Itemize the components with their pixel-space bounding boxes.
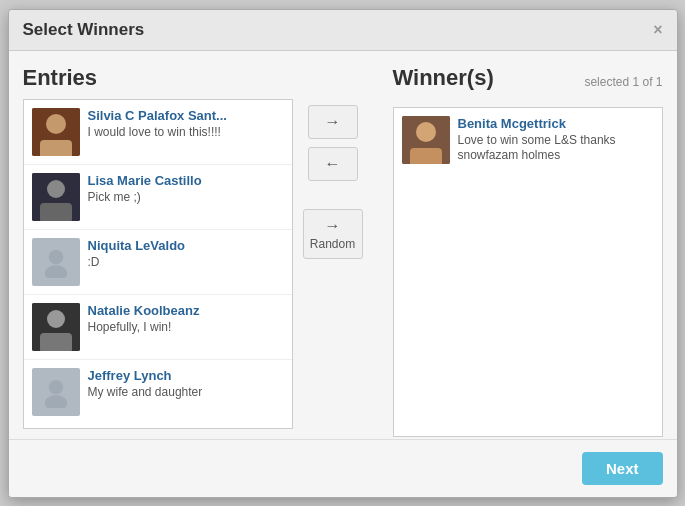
select-winners-modal: Select Winners × Entries Silvia C Palafo… xyxy=(8,9,678,498)
list-item[interactable]: Jeffrey LynchMy wife and daughter xyxy=(24,360,292,424)
avatar xyxy=(32,303,80,351)
avatar xyxy=(32,368,80,416)
entry-name: Lisa Marie Castillo xyxy=(88,173,284,188)
svg-point-2 xyxy=(48,380,62,394)
winners-list[interactable]: Benita McgettrickLove to win some L&S th… xyxy=(393,107,663,437)
close-button[interactable]: × xyxy=(653,22,662,38)
entries-panel: Entries Silvia C Palafox Sant...I would … xyxy=(23,65,293,429)
random-label: Random xyxy=(310,237,355,251)
svg-point-0 xyxy=(48,250,62,264)
avatar xyxy=(402,116,450,164)
winners-header: Winner(s) selected 1 of 1 xyxy=(393,65,663,99)
entry-name: Silvia C Palafox Sant... xyxy=(88,108,284,123)
entry-message: I would love to win this!!!! xyxy=(88,125,284,141)
svg-point-3 xyxy=(44,395,66,408)
entry-message: Hopefully, I win! xyxy=(88,320,284,336)
list-item[interactable]: Benita McgettrickLove to win some L&S th… xyxy=(394,108,662,172)
modal-footer: Next xyxy=(9,439,677,497)
entry-message: My wife and daughter xyxy=(88,385,284,401)
list-item[interactable]: Niquita LeValdo:D xyxy=(24,230,292,295)
entries-title: Entries xyxy=(23,65,293,91)
selected-count: selected 1 of 1 xyxy=(584,75,662,89)
left-arrow-icon: ← xyxy=(325,155,341,173)
winners-panel: Winner(s) selected 1 of 1 Benita Mcgettr… xyxy=(393,65,663,437)
winners-title: Winner(s) xyxy=(393,65,494,91)
entries-list[interactable]: Silvia C Palafox Sant...I would love to … xyxy=(23,99,293,429)
list-item[interactable]: Silvia C Palafox Sant...I would love to … xyxy=(24,100,292,165)
modal-header: Select Winners × xyxy=(9,10,677,51)
entry-name: Natalie Koolbeanz xyxy=(88,303,284,318)
modal-body: Entries Silvia C Palafox Sant...I would … xyxy=(9,51,677,497)
entry-message: Pick me ;) xyxy=(88,190,284,206)
entry-name: Niquita LeValdo xyxy=(88,238,284,253)
entry-message: Love to win some L&S thanks snowfazam ho… xyxy=(458,133,654,164)
remove-from-winners-button[interactable]: ← xyxy=(308,147,358,181)
list-item[interactable]: Natalie KoolbeanzHopefully, I win! xyxy=(24,295,292,360)
random-arrow-icon: → xyxy=(325,217,341,235)
entry-name: Benita Mcgettrick xyxy=(458,116,654,131)
middle-controls: → ← → Random xyxy=(293,65,373,259)
next-button[interactable]: Next xyxy=(582,452,663,485)
avatar xyxy=(32,108,80,156)
entry-message: :D xyxy=(88,255,284,271)
add-to-winners-button[interactable]: → xyxy=(308,105,358,139)
right-arrow-icon: → xyxy=(325,113,341,131)
random-button[interactable]: → Random xyxy=(303,209,363,259)
avatar xyxy=(32,238,80,286)
avatar xyxy=(32,173,80,221)
svg-point-1 xyxy=(44,265,66,278)
list-item[interactable]: Lisa Marie CastilloPick me ;) xyxy=(24,165,292,230)
modal-title: Select Winners xyxy=(23,20,145,40)
entry-name: Jeffrey Lynch xyxy=(88,368,284,383)
